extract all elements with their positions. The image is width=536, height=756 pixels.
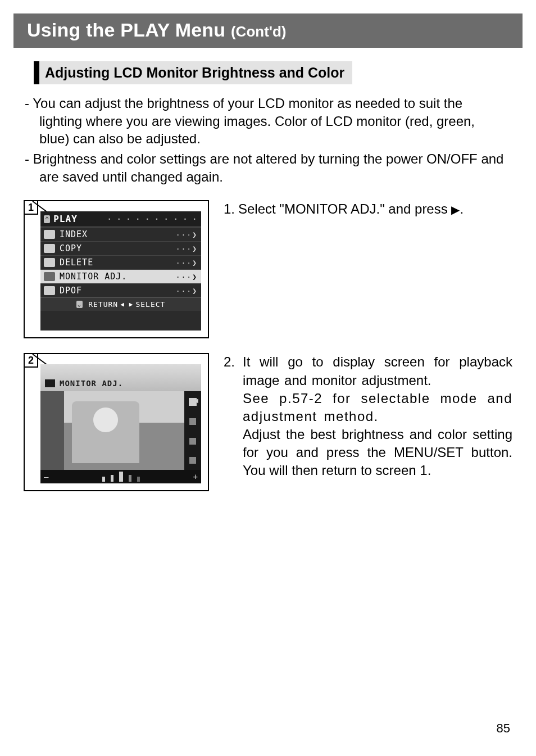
chevron-down-icon: ⌄ bbox=[76, 301, 83, 308]
chevron-up-icon: ⌃ bbox=[44, 215, 50, 223]
channel-square bbox=[189, 457, 196, 464]
menu-item-label: MONITOR ADJ. bbox=[60, 271, 176, 282]
dpof-icon bbox=[44, 286, 55, 295]
footer-return-label: RETURN bbox=[88, 300, 118, 309]
menu-item-monitor-adj: MONITOR ADJ. ···❯ bbox=[40, 269, 201, 283]
header-dots-icon: • • • • • • • • • • bbox=[78, 216, 198, 222]
intro-paragraph-2: - Brightness and color settings are not … bbox=[25, 150, 506, 185]
lcd-adjust-screen: MONITOR ADJ. – bbox=[40, 364, 201, 483]
submenu-arrow-icon: ···❯ bbox=[176, 273, 198, 281]
header-title-sub: (Cont'd) bbox=[231, 23, 287, 40]
step-1-text: 1.Select "MONITOR ADJ." and press ▶. bbox=[224, 200, 512, 218]
monitor-adj-icon bbox=[45, 379, 55, 387]
menu-item-label: DELETE bbox=[60, 257, 176, 268]
step-2-line-1: It will go to display screen for playbac… bbox=[243, 353, 512, 389]
lcd-menu-title: PLAY bbox=[53, 214, 78, 224]
photo-tree-shape bbox=[40, 391, 64, 470]
step-2-line-3: Adjust the best brightness and color set… bbox=[224, 425, 512, 479]
intro-paragraph-1: - You can adjust the brightness of your … bbox=[25, 94, 506, 148]
channel-square bbox=[189, 438, 196, 445]
submenu-arrow-icon: ···❯ bbox=[176, 287, 198, 295]
slider-minus-label: – bbox=[44, 472, 48, 481]
menu-item-copy: COPY ···❯ bbox=[40, 241, 201, 255]
page-header: Using the PLAY Menu (Cont'd) bbox=[13, 13, 523, 48]
page-number: 85 bbox=[497, 721, 510, 736]
adjust-screen-label-text: MONITOR ADJ. bbox=[60, 379, 123, 388]
slider-bars-icon bbox=[102, 472, 140, 482]
playback-photo bbox=[40, 391, 184, 470]
channel-square-active bbox=[189, 398, 197, 406]
lcd-footer: ⌄ RETURN ◀ ▶ SELECT bbox=[40, 297, 201, 311]
menu-item-label: DPOF bbox=[60, 286, 176, 296]
channel-square bbox=[189, 418, 196, 425]
index-icon bbox=[44, 230, 55, 239]
submenu-arrow-icon: ···❯ bbox=[176, 230, 198, 239]
figure-2: 2 MONITOR ADJ. bbox=[24, 353, 209, 491]
intro-block: - You can adjust the brightness of your … bbox=[24, 94, 512, 185]
brightness-slider: – + bbox=[40, 470, 201, 483]
monitor-adj-icon bbox=[44, 272, 55, 281]
menu-item-delete: DELETE ···❯ bbox=[40, 255, 201, 269]
step-2-text: 2. It will go to display screen for play… bbox=[224, 353, 512, 479]
submenu-arrow-icon: ···❯ bbox=[176, 259, 198, 267]
step-1-body: Select "MONITOR ADJ." and press bbox=[238, 201, 451, 216]
photo-person-shape bbox=[72, 401, 139, 463]
color-channel-selector bbox=[184, 391, 201, 470]
header-title-main: Using the PLAY Menu bbox=[27, 19, 231, 40]
triangle-right-icon: ▶ bbox=[451, 203, 460, 216]
menu-item-index: INDEX ···❯ bbox=[40, 227, 201, 241]
step-2-number: 2. bbox=[224, 353, 243, 389]
menu-item-label: COPY bbox=[60, 243, 176, 253]
menu-item-dpof: DPOF ···❯ bbox=[40, 283, 201, 297]
menu-item-label: INDEX bbox=[60, 229, 176, 239]
figure-1: 1 ⌃ PLAY • • • • • • • • • • INDEX ···❯ bbox=[24, 200, 209, 338]
triangle-right-icon: ▶ bbox=[129, 301, 134, 308]
adjust-screen-label: MONITOR ADJ. bbox=[45, 379, 123, 388]
copy-icon bbox=[44, 244, 55, 253]
delete-icon bbox=[44, 258, 55, 267]
footer-select-label: SELECT bbox=[135, 300, 165, 309]
step-1-number: 1. bbox=[224, 200, 238, 218]
section-subheading: Adjusting LCD Monitor Brightness and Col… bbox=[34, 61, 352, 84]
slider-plus-label: + bbox=[193, 472, 198, 481]
triangle-left-icon: ◀ bbox=[120, 301, 125, 308]
lcd-menu: ⌃ PLAY • • • • • • • • • • INDEX ···❯ CO… bbox=[40, 211, 201, 331]
submenu-arrow-icon: ···❯ bbox=[176, 245, 198, 253]
step-1-tail: . bbox=[460, 201, 464, 216]
step-2-line-2: See p.57-2 for selectable mode and adjus… bbox=[224, 390, 512, 425]
